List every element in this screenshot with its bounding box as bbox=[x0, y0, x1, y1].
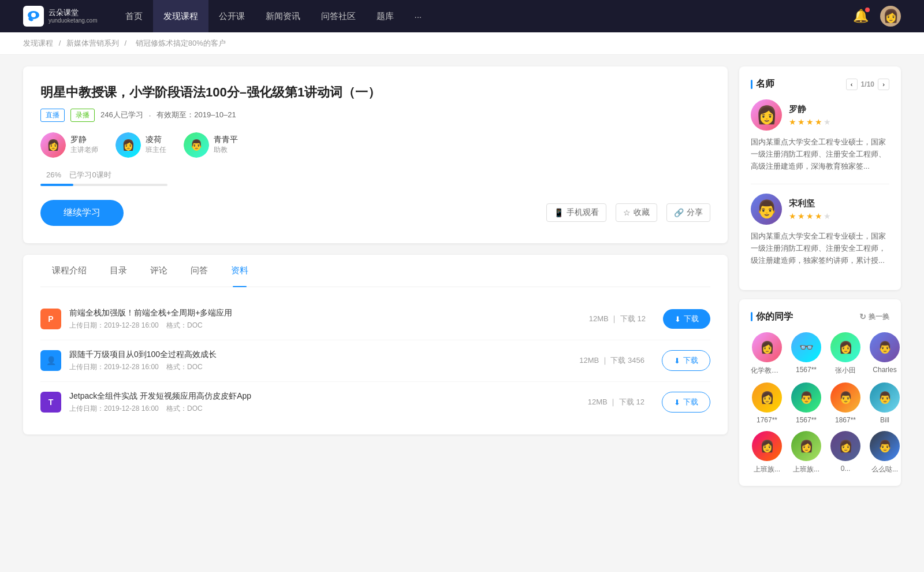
download-button-1[interactable]: ⬇ 下载 bbox=[663, 309, 710, 329]
tabs-content: P 前端全栈加强版！前端全栈+全周期+多端应用 上传日期：2019-12-28 … bbox=[40, 287, 710, 434]
classmate-avatar-10: 👩 bbox=[791, 431, 821, 461]
file-icon-1: P bbox=[40, 309, 61, 329]
download-icon-3: ⬇ bbox=[674, 398, 680, 407]
teacher-divider bbox=[751, 184, 889, 184]
breadcrumb-discover[interactable]: 发现课程 bbox=[23, 39, 53, 47]
teacher-2-stars: ★ ★ ★ ★ ★ bbox=[789, 211, 889, 221]
teacher-sidebar-2: 👨 宋利坚 ★ ★ ★ ★ ★ 国内某重点大学安全工程专业硕士，国家一级注册消防… bbox=[751, 194, 889, 266]
sidebar-area: 名师 ‹ 1/10 › 👩 罗静 bbox=[739, 66, 901, 495]
nav-qa[interactable]: 问答社区 bbox=[311, 0, 366, 32]
tab-qa[interactable]: 问答 bbox=[179, 255, 219, 287]
teacher-2: 👩 凌荷 班主任 bbox=[116, 132, 166, 158]
share-button[interactable]: 🔗 分享 bbox=[666, 203, 710, 222]
progress-label: 26% 已学习0课时 bbox=[40, 169, 710, 180]
nav-discover[interactable]: 发现课程 bbox=[153, 0, 208, 32]
tab-review[interactable]: 评论 bbox=[139, 255, 179, 287]
classmate-name-2: 1567** bbox=[790, 366, 822, 374]
teacher-3-role: 助教 bbox=[214, 145, 238, 155]
classmate-12: 👨 么么哒... bbox=[869, 431, 901, 474]
classmate-3: 👩 张小田 bbox=[829, 332, 862, 376]
file-info-1: 前端全栈加强版！前端全栈+全周期+多端应用 上传日期：2019-12-28 16… bbox=[69, 308, 572, 330]
share-label: 分享 bbox=[687, 207, 703, 218]
breadcrumb-current: 销冠修炼术搞定80%的客户 bbox=[136, 39, 226, 47]
nav-open[interactable]: 公开课 bbox=[208, 0, 255, 32]
tab-resources[interactable]: 资料 bbox=[219, 255, 260, 287]
breadcrumb-series[interactable]: 新媒体营销系列 bbox=[66, 39, 119, 47]
teacher-1-stars: ★ ★ ★ ★ ★ bbox=[789, 117, 889, 127]
classmate-name-10: 上班族... bbox=[790, 465, 822, 474]
teacher-3-avatar: 👨 bbox=[184, 132, 209, 158]
nav-home[interactable]: 首页 bbox=[115, 0, 153, 32]
classmate-1: 👩 化学教书... bbox=[751, 332, 783, 376]
logo[interactable]: 云朵课堂 yunduoketang.com bbox=[23, 6, 98, 27]
classmate-6: 👨 1567** bbox=[790, 382, 822, 424]
classmate-name-11: 0... bbox=[829, 465, 862, 473]
classmate-avatar-11: 👩 bbox=[830, 431, 860, 461]
classmates-title: 你的同学 ↻ 换一换 bbox=[751, 311, 889, 323]
course-title: 明星中教授课，小学阶段语法100分–强化级第1讲动词（一） bbox=[40, 84, 710, 102]
nav-right: 🔔 👩 bbox=[853, 6, 901, 27]
user-avatar[interactable]: 👩 bbox=[880, 6, 901, 27]
file-name-2: 跟随千万级项目从0到100全过程高效成长 bbox=[69, 350, 562, 360]
title-bar-decoration bbox=[751, 80, 752, 89]
classmate-name-4: Charles bbox=[869, 366, 901, 374]
bell-button[interactable]: 🔔 bbox=[853, 9, 869, 24]
nav-quiz[interactable]: 题库 bbox=[366, 0, 404, 32]
classmate-name-3: 张小田 bbox=[829, 366, 862, 376]
classmate-avatar-3: 👩 bbox=[830, 332, 860, 362]
tabs-header: 课程介绍 目录 评论 问答 资料 bbox=[40, 255, 710, 287]
teacher-2-name: 凌荷 bbox=[146, 135, 166, 145]
teachers-page: 1/10 bbox=[861, 80, 874, 88]
nav-more[interactable]: ··· bbox=[404, 0, 433, 32]
teachers-next-button[interactable]: › bbox=[878, 79, 889, 90]
classmates-grid: 👩 化学教书... 👓 1567** 👩 张小田 👨 Charles 👩 bbox=[751, 332, 889, 474]
nav-items: 首页 发现课程 公开课 新闻资讯 问答社区 题库 ··· bbox=[115, 0, 853, 32]
classmates-card: 你的同学 ↻ 换一换 👩 化学教书... 👓 1567** 👩 张小田 bbox=[739, 299, 901, 486]
course-actions: 继续学习 📱 手机观看 ☆ 收藏 🔗 分享 bbox=[40, 200, 710, 226]
classmate-4: 👨 Charles bbox=[869, 332, 901, 376]
collect-button[interactable]: ☆ 收藏 bbox=[616, 203, 657, 222]
download-button-2[interactable]: ⬇ 下载 bbox=[662, 350, 710, 371]
teacher-sidebar-desc-2: 国内某重点大学安全工程专业硕士，国家一级注册消防工程师、注册安全工程师，级注册建… bbox=[751, 231, 889, 266]
teachers-sidebar-card: 名师 ‹ 1/10 › 👩 罗静 bbox=[739, 66, 901, 290]
classmate-name-12: 么么哒... bbox=[869, 465, 901, 474]
collect-label: 收藏 bbox=[634, 207, 650, 218]
teacher-3: 👨 青青平 助教 bbox=[184, 132, 238, 158]
file-meta-3: 上传日期：2019-12-28 16:00 格式：DOC bbox=[69, 404, 571, 414]
classmate-avatar-8: 👨 bbox=[870, 382, 900, 413]
tab-intro[interactable]: 课程介绍 bbox=[40, 255, 98, 287]
tabs-section: 课程介绍 目录 评论 问答 资料 P 前端全栈加强版！前端全栈+全周期+多端应用… bbox=[23, 255, 728, 434]
classmate-name-5: 1767** bbox=[751, 416, 783, 424]
valid-until: 有效期至：2019–10–21 bbox=[157, 110, 236, 120]
teacher-sidebar-name-1: 罗静 bbox=[789, 104, 889, 115]
classmate-avatar-7: 👨 bbox=[830, 382, 860, 413]
classmate-name-1: 化学教书... bbox=[751, 366, 783, 376]
badge-live: 直播 bbox=[40, 109, 65, 122]
teacher-sidebar-name-2: 宋利坚 bbox=[789, 198, 889, 209]
classmates-refresh-button[interactable]: 换一换 bbox=[869, 312, 889, 322]
file-meta-1: 上传日期：2019-12-28 16:00 格式：DOC bbox=[69, 321, 572, 330]
classmate-avatar-1: 👩 bbox=[752, 332, 782, 362]
file-info-3: Jetpack全组件实战 开发短视频应用高仿皮皮虾App 上传日期：2019-1… bbox=[69, 391, 571, 414]
classmate-2: 👓 1567** bbox=[790, 332, 822, 376]
file-name-1: 前端全栈加强版！前端全栈+全周期+多端应用 bbox=[69, 308, 572, 318]
tab-contents[interactable]: 目录 bbox=[98, 255, 139, 287]
meta-dot: · bbox=[149, 111, 151, 120]
logo-icon bbox=[23, 6, 44, 27]
progress-section: 26% 已学习0课时 bbox=[40, 169, 710, 186]
content-area: 明星中教授课，小学阶段语法100分–强化级第1讲动词（一） 直播 录播 246人… bbox=[23, 66, 728, 495]
continue-button[interactable]: 继续学习 bbox=[40, 200, 124, 226]
file-meta-2: 上传日期：2019-12-28 16:00 格式：DOC bbox=[69, 362, 562, 372]
classmate-name-7: 1867** bbox=[829, 416, 862, 424]
course-header-card: 明星中教授课，小学阶段语法100分–强化级第1讲动词（一） 直播 录播 246人… bbox=[23, 66, 728, 243]
download-button-3[interactable]: ⬇ 下载 bbox=[662, 392, 710, 413]
nav-news[interactable]: 新闻资讯 bbox=[255, 0, 311, 32]
file-stats-1: 12MB ｜ 下载 12 bbox=[589, 314, 646, 324]
teachers-sidebar-title: 名师 ‹ 1/10 › bbox=[751, 78, 889, 90]
mobile-view-button[interactable]: 📱 手机观看 bbox=[546, 203, 606, 222]
teacher-sidebar-avatar-1: 👩 bbox=[751, 99, 782, 131]
teacher-1: 👩 罗静 主讲老师 bbox=[40, 132, 98, 158]
course-meta: 直播 录播 246人已学习 · 有效期至：2019–10–21 bbox=[40, 109, 710, 122]
teachers-prev-button[interactable]: ‹ bbox=[846, 79, 858, 90]
teachers-pagination: ‹ 1/10 › bbox=[846, 79, 889, 90]
